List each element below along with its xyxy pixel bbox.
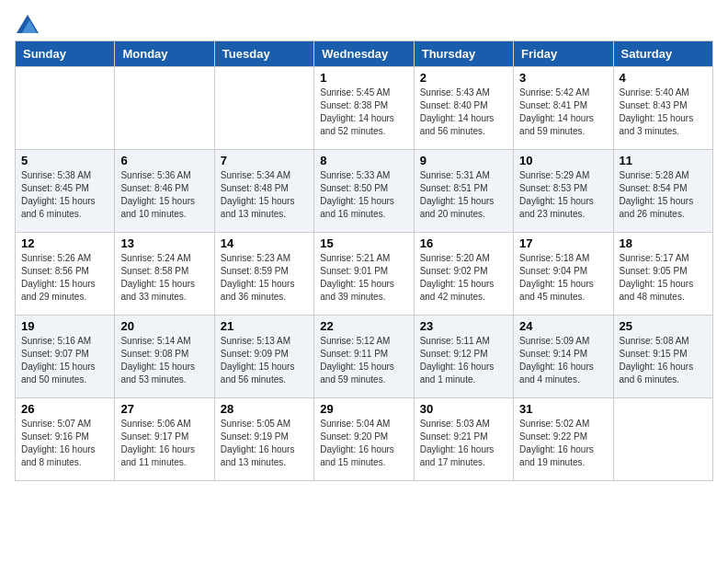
day-info: Sunrise: 5:36 AM Sunset: 8:46 PM Dayligh… (120, 169, 208, 221)
day-number: 19 (21, 319, 108, 333)
day-info: Sunrise: 5:24 AM Sunset: 8:58 PM Dayligh… (120, 252, 208, 304)
calendar-cell: 21Sunrise: 5:13 AM Sunset: 9:09 PM Dayli… (214, 316, 313, 398)
calendar-cell: 17Sunrise: 5:18 AM Sunset: 9:04 PM Dayli… (514, 233, 613, 316)
day-number: 31 (519, 402, 607, 416)
day-info: Sunrise: 5:11 AM Sunset: 9:12 PM Dayligh… (420, 335, 507, 386)
calendar-week-4: 19Sunrise: 5:16 AM Sunset: 9:07 PM Dayli… (16, 316, 713, 398)
calendar-week-3: 12Sunrise: 5:26 AM Sunset: 8:56 PM Dayli… (16, 233, 713, 316)
day-info: Sunrise: 5:12 AM Sunset: 9:11 PM Dayligh… (320, 335, 407, 386)
day-number: 14 (221, 236, 308, 250)
calendar-cell: 1Sunrise: 5:45 AM Sunset: 8:38 PM Daylig… (314, 67, 414, 150)
day-number: 11 (620, 154, 707, 167)
day-info: Sunrise: 5:07 AM Sunset: 9:16 PM Dayligh… (21, 418, 108, 469)
day-header-sunday: Sunday (16, 41, 115, 67)
day-number: 9 (420, 154, 507, 167)
day-number: 17 (519, 236, 607, 250)
day-number: 27 (120, 402, 208, 416)
day-info: Sunrise: 5:45 AM Sunset: 8:38 PM Dayligh… (320, 86, 407, 138)
day-number: 12 (21, 236, 108, 250)
calendar-cell: 29Sunrise: 5:04 AM Sunset: 9:20 PM Dayli… (314, 398, 414, 481)
calendar-cell: 4Sunrise: 5:40 AM Sunset: 8:43 PM Daylig… (613, 67, 712, 150)
day-number: 5 (21, 154, 108, 167)
day-info: Sunrise: 5:04 AM Sunset: 9:20 PM Dayligh… (320, 418, 407, 469)
calendar-cell: 18Sunrise: 5:17 AM Sunset: 9:05 PM Dayli… (613, 233, 712, 316)
calendar-cell: 16Sunrise: 5:20 AM Sunset: 9:02 PM Dayli… (414, 233, 513, 316)
calendar-table: SundayMondayTuesdayWednesdayThursdayFrid… (15, 40, 713, 481)
day-number: 23 (420, 319, 507, 333)
day-info: Sunrise: 5:23 AM Sunset: 8:59 PM Dayligh… (221, 252, 308, 304)
calendar-cell: 5Sunrise: 5:38 AM Sunset: 8:45 PM Daylig… (16, 150, 115, 233)
day-info: Sunrise: 5:42 AM Sunset: 8:41 PM Dayligh… (519, 86, 607, 138)
calendar-cell: 31Sunrise: 5:02 AM Sunset: 9:22 PM Dayli… (514, 398, 613, 481)
day-info: Sunrise: 5:03 AM Sunset: 9:21 PM Dayligh… (420, 418, 507, 469)
calendar-cell: 25Sunrise: 5:08 AM Sunset: 9:15 PM Dayli… (613, 316, 712, 398)
calendar-cell (16, 67, 115, 150)
day-info: Sunrise: 5:05 AM Sunset: 9:19 PM Dayligh… (221, 418, 308, 469)
day-info: Sunrise: 5:09 AM Sunset: 9:14 PM Dayligh… (519, 335, 607, 386)
day-info: Sunrise: 5:16 AM Sunset: 9:07 PM Dayligh… (21, 335, 108, 386)
day-number: 15 (320, 236, 407, 250)
calendar-cell: 3Sunrise: 5:42 AM Sunset: 8:41 PM Daylig… (514, 67, 613, 150)
calendar-cell: 24Sunrise: 5:09 AM Sunset: 9:14 PM Dayli… (514, 316, 613, 398)
day-number: 16 (420, 236, 507, 250)
calendar-week-2: 5Sunrise: 5:38 AM Sunset: 8:45 PM Daylig… (16, 150, 713, 233)
day-info: Sunrise: 5:26 AM Sunset: 8:56 PM Dayligh… (21, 252, 108, 304)
day-info: Sunrise: 5:17 AM Sunset: 9:05 PM Dayligh… (620, 252, 707, 304)
calendar-cell: 28Sunrise: 5:05 AM Sunset: 9:19 PM Dayli… (214, 398, 313, 481)
day-number: 8 (320, 154, 407, 167)
calendar-cell: 12Sunrise: 5:26 AM Sunset: 8:56 PM Dayli… (16, 233, 115, 316)
calendar-cell: 11Sunrise: 5:28 AM Sunset: 8:54 PM Dayli… (613, 150, 712, 233)
calendar-cell: 23Sunrise: 5:11 AM Sunset: 9:12 PM Dayli… (414, 316, 513, 398)
day-info: Sunrise: 5:21 AM Sunset: 9:01 PM Dayligh… (320, 252, 407, 304)
day-number: 21 (221, 319, 308, 333)
day-info: Sunrise: 5:40 AM Sunset: 8:43 PM Dayligh… (620, 86, 707, 138)
day-header-thursday: Thursday (414, 41, 513, 67)
day-header-monday: Monday (115, 41, 214, 67)
day-number: 26 (21, 402, 108, 416)
calendar-cell: 14Sunrise: 5:23 AM Sunset: 8:59 PM Dayli… (214, 233, 313, 316)
day-info: Sunrise: 5:43 AM Sunset: 8:40 PM Dayligh… (420, 86, 507, 138)
day-number: 25 (620, 319, 707, 333)
calendar-cell: 9Sunrise: 5:31 AM Sunset: 8:51 PM Daylig… (414, 150, 513, 233)
day-info: Sunrise: 5:02 AM Sunset: 9:22 PM Dayligh… (519, 418, 607, 469)
calendar-cell: 27Sunrise: 5:06 AM Sunset: 9:17 PM Dayli… (115, 398, 214, 481)
calendar-cell: 20Sunrise: 5:14 AM Sunset: 9:08 PM Dayli… (115, 316, 214, 398)
day-number: 29 (320, 402, 407, 416)
calendar-cell: 15Sunrise: 5:21 AM Sunset: 9:01 PM Dayli… (314, 233, 414, 316)
day-number: 2 (420, 71, 507, 85)
day-header-tuesday: Tuesday (214, 41, 313, 67)
day-header-wednesday: Wednesday (314, 41, 414, 67)
calendar-cell: 13Sunrise: 5:24 AM Sunset: 8:58 PM Dayli… (115, 233, 214, 316)
day-info: Sunrise: 5:20 AM Sunset: 9:02 PM Dayligh… (420, 252, 507, 304)
day-info: Sunrise: 5:29 AM Sunset: 8:53 PM Dayligh… (519, 169, 607, 221)
day-info: Sunrise: 5:13 AM Sunset: 9:09 PM Dayligh… (221, 335, 308, 386)
calendar-cell (613, 398, 712, 481)
calendar-cell: 22Sunrise: 5:12 AM Sunset: 9:11 PM Dayli… (314, 316, 414, 398)
day-info: Sunrise: 5:18 AM Sunset: 9:04 PM Dayligh… (519, 252, 607, 304)
day-info: Sunrise: 5:08 AM Sunset: 9:15 PM Dayligh… (620, 335, 707, 386)
calendar-cell: 2Sunrise: 5:43 AM Sunset: 8:40 PM Daylig… (414, 67, 513, 150)
calendar-cell: 6Sunrise: 5:36 AM Sunset: 8:46 PM Daylig… (115, 150, 214, 233)
calendar-week-5: 26Sunrise: 5:07 AM Sunset: 9:16 PM Dayli… (16, 398, 713, 481)
day-number: 18 (620, 236, 707, 250)
page-header (15, 15, 713, 33)
day-number: 6 (120, 154, 208, 167)
logo (15, 15, 39, 33)
calendar-cell: 7Sunrise: 5:34 AM Sunset: 8:48 PM Daylig… (214, 150, 313, 233)
day-number: 22 (320, 319, 407, 333)
calendar-cell: 19Sunrise: 5:16 AM Sunset: 9:07 PM Dayli… (16, 316, 115, 398)
day-number: 20 (120, 319, 208, 333)
day-info: Sunrise: 5:14 AM Sunset: 9:08 PM Dayligh… (120, 335, 208, 386)
day-number: 3 (519, 71, 607, 85)
day-number: 28 (221, 402, 308, 416)
day-number: 30 (420, 402, 507, 416)
day-number: 24 (519, 319, 607, 333)
calendar-cell (115, 67, 214, 150)
day-header-saturday: Saturday (613, 41, 712, 67)
calendar-cell: 10Sunrise: 5:29 AM Sunset: 8:53 PM Dayli… (514, 150, 613, 233)
logo-icon (17, 15, 39, 33)
day-info: Sunrise: 5:34 AM Sunset: 8:48 PM Dayligh… (221, 169, 308, 221)
day-number: 4 (620, 71, 707, 85)
day-number: 13 (120, 236, 208, 250)
calendar-header-row: SundayMondayTuesdayWednesdayThursdayFrid… (16, 41, 713, 67)
